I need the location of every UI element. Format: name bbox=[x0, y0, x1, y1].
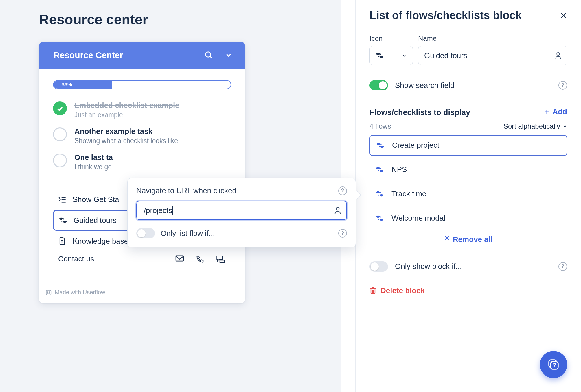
delete-block-button[interactable]: Delete block bbox=[369, 286, 567, 295]
email-icon[interactable] bbox=[175, 255, 184, 263]
svg-point-19 bbox=[380, 53, 381, 55]
name-field-label: Name bbox=[418, 34, 567, 42]
task-subtitle: Just an example bbox=[74, 111, 179, 119]
only-show-label: Only show block if... bbox=[395, 262, 462, 271]
svg-point-32 bbox=[376, 191, 380, 193]
svg-rect-13 bbox=[46, 290, 51, 295]
footsteps-icon bbox=[375, 191, 385, 197]
footsteps-icon bbox=[376, 142, 385, 149]
svg-point-31 bbox=[378, 170, 379, 171]
svg-point-24 bbox=[377, 143, 380, 145]
block-name-input[interactable]: Guided tours bbox=[418, 46, 567, 65]
resource-center-preview: Resource Center 33% Embedded checklist bbox=[39, 42, 245, 303]
svg-text:?: ? bbox=[553, 362, 556, 368]
help-icon[interactable]: ? bbox=[558, 81, 567, 90]
flow-list: Create project NPS Track time Welcome mo… bbox=[369, 135, 567, 229]
icon-field-label: Icon bbox=[369, 34, 413, 42]
help-icon[interactable]: ? bbox=[338, 186, 347, 195]
help-icon[interactable]: ? bbox=[338, 229, 347, 238]
svg-point-25 bbox=[380, 145, 384, 147]
page-title: Resource center bbox=[39, 12, 341, 27]
task-subtitle: Showing what a checklist looks like bbox=[74, 137, 178, 145]
progress-bar: 33% bbox=[53, 80, 231, 89]
svg-point-14 bbox=[336, 207, 339, 210]
rc-header: Resource Center bbox=[39, 42, 245, 69]
only-list-toggle[interactable] bbox=[136, 228, 155, 238]
help-fab[interactable]: ? bbox=[540, 351, 567, 378]
flow-label: NPS bbox=[391, 165, 407, 174]
svg-point-20 bbox=[378, 56, 379, 57]
rc-footer-text: Made with Userflow bbox=[55, 289, 105, 296]
popover-title: Navigate to URL when clicked bbox=[136, 186, 236, 195]
footsteps-icon bbox=[375, 166, 385, 173]
check-icon bbox=[53, 101, 67, 115]
person-icon[interactable] bbox=[555, 52, 561, 59]
checklist-icon bbox=[58, 195, 66, 204]
svg-point-33 bbox=[380, 194, 383, 196]
add-flow-button[interactable]: Add bbox=[544, 107, 567, 116]
remove-all-button[interactable]: Remove all bbox=[369, 235, 567, 244]
icon-select[interactable] bbox=[369, 46, 413, 65]
task-title: Another example task bbox=[74, 127, 178, 136]
rc-header-title: Resource Center bbox=[54, 50, 123, 60]
svg-rect-12 bbox=[176, 256, 183, 261]
checklist-task[interactable]: Another example task Showing what a chec… bbox=[53, 127, 231, 145]
sort-dropdown[interactable]: Sort alphabetically bbox=[503, 122, 567, 130]
checklist-task[interactable]: One last ta I think we ge bbox=[53, 153, 231, 171]
svg-point-27 bbox=[379, 146, 380, 147]
svg-point-39 bbox=[378, 219, 379, 220]
svg-point-17 bbox=[376, 53, 380, 55]
search-icon[interactable] bbox=[204, 50, 214, 60]
document-icon bbox=[58, 237, 66, 245]
remove-all-label: Remove all bbox=[453, 235, 492, 244]
svg-point-30 bbox=[380, 168, 381, 169]
flow-item[interactable]: NPS bbox=[369, 159, 567, 180]
svg-point-28 bbox=[376, 167, 380, 169]
delete-label: Delete block bbox=[380, 286, 425, 295]
chevron-down-icon bbox=[402, 53, 407, 58]
panel-title: List of flows/checklists block bbox=[369, 9, 522, 22]
rc-link-label: Guided tours bbox=[73, 216, 117, 225]
svg-point-34 bbox=[380, 192, 381, 193]
only-show-toggle[interactable] bbox=[369, 261, 388, 272]
flow-settings-popover: Navigate to URL when clicked ? /projects… bbox=[127, 178, 356, 247]
progress-label: 33% bbox=[62, 82, 72, 88]
svg-point-9 bbox=[61, 221, 62, 222]
task-title: Embedded checklist example bbox=[74, 101, 179, 110]
text-caret bbox=[172, 206, 173, 215]
name-value: Guided tours bbox=[424, 51, 467, 60]
flow-item[interactable]: Create project bbox=[369, 135, 567, 156]
rc-footer: Made with Userflow bbox=[39, 281, 245, 297]
chat-icon[interactable] bbox=[216, 255, 226, 263]
flow-item[interactable]: Welcome modal bbox=[369, 208, 567, 229]
close-icon[interactable] bbox=[560, 12, 567, 19]
help-icon[interactable]: ? bbox=[558, 262, 567, 271]
flow-label: Create project bbox=[392, 141, 439, 150]
phone-icon[interactable] bbox=[196, 255, 205, 263]
show-search-toggle[interactable] bbox=[369, 80, 388, 90]
svg-point-36 bbox=[376, 215, 380, 217]
footsteps-icon bbox=[376, 52, 384, 59]
svg-point-29 bbox=[380, 170, 383, 172]
task-subtitle: I think we ge bbox=[74, 163, 113, 171]
task-title: One last ta bbox=[74, 153, 113, 162]
rc-link-label: Show Get Sta bbox=[73, 195, 119, 204]
navigate-url-input[interactable]: /projects bbox=[136, 201, 347, 220]
svg-point-21 bbox=[557, 53, 559, 55]
rc-contact-label: Contact us bbox=[58, 254, 94, 263]
show-search-label: Show search field bbox=[395, 81, 454, 90]
checklist-task[interactable]: Embedded checklist example Just an examp… bbox=[53, 101, 231, 119]
rc-link-label: Knowledge base bbox=[73, 237, 128, 246]
svg-point-7 bbox=[63, 221, 67, 223]
svg-line-1 bbox=[210, 56, 212, 58]
svg-point-35 bbox=[378, 194, 379, 195]
person-icon[interactable] bbox=[334, 206, 341, 215]
footsteps-icon bbox=[59, 216, 67, 224]
flows-count: 4 flows bbox=[369, 122, 391, 130]
chevron-down-icon[interactable] bbox=[224, 50, 233, 60]
sort-label: Sort alphabetically bbox=[503, 122, 560, 130]
flow-item[interactable]: Track time bbox=[369, 184, 567, 204]
svg-point-37 bbox=[380, 218, 383, 220]
footsteps-icon bbox=[375, 215, 385, 222]
svg-point-26 bbox=[380, 143, 382, 145]
